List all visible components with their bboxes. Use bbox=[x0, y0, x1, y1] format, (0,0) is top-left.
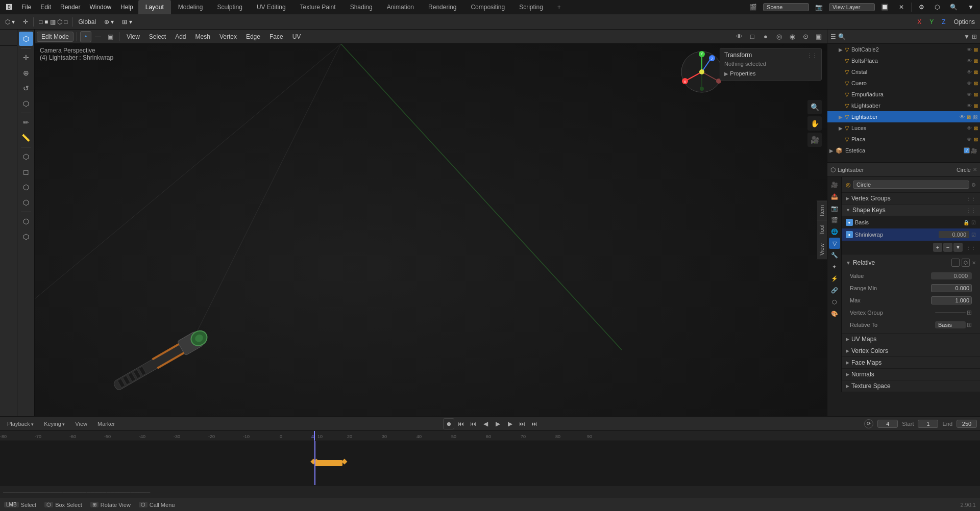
options-btn[interactable]: Options bbox=[951, 17, 978, 27]
render-menu[interactable]: Render bbox=[56, 3, 84, 12]
step-fwd-btn[interactable]: ▶ bbox=[504, 418, 516, 429]
mesh-name-input[interactable]: Circle bbox=[853, 181, 969, 189]
item-tab[interactable]: Item bbox=[817, 200, 827, 220]
z-axis-btn[interactable]: Z bbox=[939, 17, 948, 27]
normals-section-header[interactable]: ▶ Normals bbox=[842, 369, 980, 380]
view-layer-properties-btn[interactable]: 📷 bbox=[829, 202, 840, 214]
eye-icon[interactable]: 👁 bbox=[967, 58, 972, 64]
transform-expand-icon[interactable]: ⋮⋮ bbox=[807, 53, 817, 58]
viewport-shading-mat[interactable]: ◎ bbox=[773, 31, 785, 43]
mesh-settings-icon[interactable]: ⚙ bbox=[971, 182, 976, 188]
scene-properties-btn[interactable]: 🎬 bbox=[829, 214, 840, 225]
properties-toggle[interactable]: ▶ Properties bbox=[724, 70, 817, 77]
step-back-btn[interactable]: ◀ bbox=[480, 418, 491, 429]
sk-more-btn[interactable]: ▼ bbox=[953, 243, 963, 252]
select-menu[interactable]: Select bbox=[145, 32, 170, 41]
shape-key-basis[interactable]: ● Basis 🔒 ☑ bbox=[842, 216, 980, 228]
camera-btn[interactable]: 🎥 bbox=[807, 133, 822, 147]
tab-add[interactable]: + bbox=[550, 0, 568, 14]
view-layer-name-input[interactable]: View Layer bbox=[829, 3, 875, 11]
end-frame-input[interactable]: 250 bbox=[957, 420, 977, 428]
edge-menu[interactable]: Edge bbox=[242, 32, 264, 41]
tab-modeling[interactable]: Modeling bbox=[171, 0, 210, 14]
mode-icons[interactable]: □ ■ ▥ ⬡ □ bbox=[36, 17, 70, 27]
scale-tool[interactable]: ⬡ bbox=[19, 96, 33, 111]
pan-btn[interactable]: ✋ bbox=[807, 116, 822, 131]
timeline-content[interactable] bbox=[0, 441, 980, 485]
tool-tab[interactable]: Tool bbox=[817, 220, 827, 239]
outliner-item-boltcable2[interactable]: ▶ ▽ BoltCable2 👁 ⊠ bbox=[827, 44, 980, 55]
object-properties-btn[interactable]: ▽ bbox=[829, 238, 840, 249]
knife-tool[interactable]: ⬡ bbox=[19, 214, 33, 228]
add-menu[interactable]: Add bbox=[171, 32, 190, 41]
outliner-item-klightsaber[interactable]: ▽ kLightsaber 👁 ⊠ bbox=[827, 100, 980, 111]
sk-add-btn[interactable]: + bbox=[933, 243, 942, 252]
inset-tool[interactable]: ◻ bbox=[19, 165, 33, 179]
edit-menu[interactable]: Edit bbox=[36, 3, 55, 12]
window-menu[interactable]: Window bbox=[85, 3, 115, 12]
eye-icon[interactable]: 👁 bbox=[967, 137, 972, 142]
tab-texture-paint[interactable]: Texture Paint bbox=[293, 0, 343, 14]
eye-icon[interactable]: 👁 bbox=[967, 103, 972, 109]
physics-properties-btn[interactable]: ⚡ bbox=[829, 273, 840, 284]
range-min-input[interactable]: 0.000 bbox=[931, 284, 972, 292]
snap-toggle[interactable]: ⊞ ▾ bbox=[119, 17, 135, 27]
cursor-tool[interactable]: ✛ bbox=[20, 17, 31, 27]
playback-btn[interactable]: Playback bbox=[3, 420, 38, 428]
outliner-item-empunadura[interactable]: ▽ Empuñadura 👁 ⊠ bbox=[827, 89, 980, 100]
measure-tool[interactable]: 📏 bbox=[19, 131, 33, 145]
tab-shading[interactable]: Shading bbox=[343, 0, 380, 14]
zoom-in-btn[interactable]: 🔍 bbox=[807, 100, 822, 114]
tab-sculpting[interactable]: Sculpting bbox=[210, 0, 250, 14]
edge-select-mode[interactable]: ― bbox=[92, 31, 104, 42]
eye-icon[interactable]: 👁 bbox=[967, 125, 972, 131]
close-icon[interactable]: ✕ bbox=[973, 167, 977, 172]
prev-keyframe-btn[interactable]: ⏮ bbox=[468, 418, 479, 429]
viewport-shading-wire[interactable]: □ bbox=[746, 31, 758, 43]
camera-icon[interactable]: 🎥 bbox=[971, 148, 977, 154]
y-axis-btn[interactable]: Y bbox=[926, 17, 937, 27]
next-keyframe-btn[interactable]: ⏭ bbox=[517, 418, 528, 429]
view-tab[interactable]: View bbox=[817, 239, 827, 260]
cursor-tool[interactable]: ✛ bbox=[19, 50, 33, 65]
close-btn[interactable]: ✕ bbox=[895, 3, 908, 12]
relative-close-icon[interactable]: ✕ bbox=[972, 260, 976, 266]
constraints-properties-btn[interactable]: 🔗 bbox=[829, 285, 840, 296]
render-properties-btn[interactable]: 🎥 bbox=[829, 179, 840, 190]
outliner-item-cristal[interactable]: ▽ Cristal 👁 ⊠ bbox=[827, 66, 980, 78]
face-select-mode[interactable]: ▣ bbox=[105, 31, 116, 42]
play-btn[interactable]: ▶ bbox=[492, 418, 503, 429]
modifier-properties-btn[interactable]: 🔧 bbox=[829, 249, 840, 261]
max-input[interactable]: 1.000 bbox=[931, 296, 972, 304]
annotate-tool[interactable]: ✏ bbox=[19, 115, 33, 130]
basis-check-icon[interactable]: ☑ bbox=[971, 220, 976, 225]
settings-btn[interactable]: ⚙ bbox=[915, 3, 928, 12]
viewport-display-mode[interactable]: 👁 bbox=[733, 31, 745, 43]
loop-cut-tool[interactable]: ⬡ bbox=[19, 195, 33, 210]
record-btn[interactable]: ⏺ bbox=[443, 418, 454, 429]
outliner-item-estetica[interactable]: ▶ 📦 Estetica ✓ 🎥 bbox=[827, 145, 980, 156]
current-frame-input[interactable]: 4 bbox=[877, 420, 898, 428]
navigation-gizmo[interactable]: Y X Z bbox=[679, 49, 725, 96]
visibility-checkbox[interactable]: ✓ bbox=[964, 147, 970, 154]
fullscreen-btn[interactable]: ⬡ bbox=[930, 3, 944, 12]
viewport[interactable]: Camera Perspective (4) Lightsaber : Shri… bbox=[35, 44, 827, 416]
relative-to-input[interactable]: Basis bbox=[935, 321, 966, 328]
view-btn[interactable]: View bbox=[71, 420, 91, 428]
object-data-properties-btn[interactable]: ⬡ bbox=[829, 296, 840, 308]
relative-pin-icon[interactable] bbox=[951, 259, 960, 267]
help-menu[interactable]: Help bbox=[116, 3, 137, 12]
move-tool[interactable]: ⊕ bbox=[19, 66, 33, 80]
shrinkwrap-check-icon[interactable]: ☑ bbox=[971, 232, 976, 238]
timeline-scrollbar[interactable]: ───────────────────────────────────── bbox=[0, 485, 980, 498]
extrude-tool[interactable]: ⬡ bbox=[19, 149, 33, 164]
outliner-item-placa[interactable]: ▽ Placa 👁 ⊠ bbox=[827, 134, 980, 145]
uv-maps-section-header[interactable]: ▶ UV Maps bbox=[842, 334, 980, 345]
mesh-menu[interactable]: Mesh bbox=[191, 32, 214, 41]
eye-icon[interactable]: 👁 bbox=[967, 92, 972, 97]
viewport-xray[interactable]: ▣ bbox=[813, 31, 825, 43]
face-maps-section-header[interactable]: ▶ Face Maps bbox=[842, 357, 980, 369]
global-dropdown[interactable]: Global bbox=[75, 17, 99, 27]
tab-uv-editing[interactable]: UV Editing bbox=[250, 0, 293, 14]
texture-space-section-header[interactable]: ▶ Texture Space bbox=[842, 380, 980, 392]
